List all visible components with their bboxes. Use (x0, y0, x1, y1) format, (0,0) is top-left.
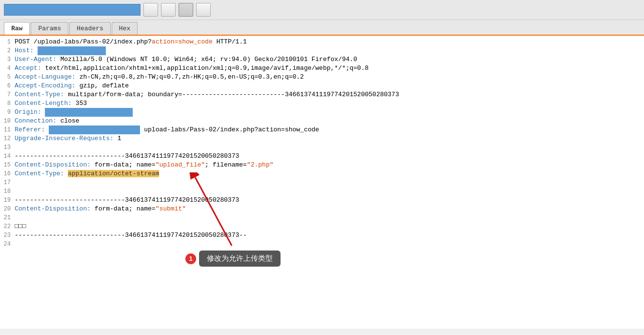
header-key: Content-Type: (15, 91, 64, 98)
line-number: 21 (0, 213, 15, 222)
line-number: 12 (0, 134, 15, 143)
line-content[interactable]: Content-Disposition: form-data; name="su… (15, 205, 644, 213)
table-row: 24 (0, 240, 644, 249)
filename-value: "2.php" (247, 161, 274, 168)
badge-circle: 1 (185, 253, 196, 264)
header-value: 353 (72, 100, 87, 107)
table-row: 14-----------------------------346613741… (0, 152, 644, 161)
line-number: 11 (0, 126, 15, 134)
drop-button[interactable] (161, 3, 176, 17)
top-bar (0, 0, 644, 20)
tab-params[interactable]: Params (31, 22, 68, 35)
table-row: 21 (0, 213, 644, 222)
url-input[interactable] (4, 4, 141, 16)
line-content[interactable]: Accept: text/html,application/xhtml+xml,… (15, 64, 644, 73)
header-key: User-Agent: (15, 56, 57, 63)
tooltip-box: 修改为允许上传类型 (199, 251, 281, 267)
referer-value (49, 126, 140, 134)
action-button[interactable] (196, 3, 211, 17)
line-content[interactable]: Accept-Language: zh-CN,zh;q=0.8,zh-TW;q=… (15, 73, 644, 82)
line-number: 4 (0, 64, 15, 73)
tab-raw[interactable]: Raw (4, 22, 30, 35)
line-number: 9 (0, 108, 15, 117)
table-row: 18 (0, 187, 644, 196)
header-key: Origin: (15, 108, 41, 116)
line-number: 24 (0, 240, 15, 249)
table-row: 1POST /upload-labs/Pass-02/index.php?act… (0, 38, 644, 46)
line-number: 13 (0, 143, 15, 152)
line-number: 17 (0, 178, 15, 187)
line-content[interactable] (15, 187, 644, 196)
line-content[interactable]: Host: (15, 46, 644, 55)
line-number: 6 (0, 82, 15, 90)
line-content[interactable]: POST /upload-labs/Pass-02/index.php?acti… (15, 38, 644, 46)
table-row: 19-----------------------------346613741… (0, 196, 644, 205)
header-value: text/html,application/xhtml+xml,applicat… (41, 64, 369, 72)
header-value: gzip, deflate (76, 82, 129, 89)
content-type-value: application/octet-stream (68, 170, 159, 177)
header-key: Accept-Language: (15, 73, 76, 81)
line-number: 10 (0, 117, 15, 126)
line-content[interactable]: Content-Length: 353 (15, 99, 644, 108)
line-number: 3 (0, 55, 15, 64)
line-content[interactable]: User-Agent: Mozilla/5.0 (Windows NT 10.0… (15, 55, 644, 64)
intercept-button[interactable] (179, 3, 193, 17)
table-row: 8Content-Length: 353 (0, 99, 644, 108)
content-area: 1POST /upload-labs/Pass-02/index.php?act… (0, 36, 644, 329)
line-content[interactable]: -----------------------------34661374111… (15, 152, 644, 161)
line-number: 19 (0, 196, 15, 205)
header-key: Accept-Encoding: (15, 82, 76, 89)
tab-hex[interactable]: Hex (112, 22, 138, 35)
table-row: 6Accept-Encoding: gzip, deflate (0, 82, 644, 90)
table-row: 17 (0, 178, 644, 187)
line-number: 5 (0, 73, 15, 82)
line-content[interactable]: Content-Type: application/octet-stream (15, 169, 644, 178)
table-row: 10Connection: close (0, 117, 644, 126)
table-row: 12Upgrade-Insecure-Requests: 1 (0, 134, 644, 143)
header-value: close (57, 117, 80, 125)
header-key: Content-Disposition: (15, 205, 91, 212)
line-content[interactable]: Upgrade-Insecure-Requests: 1 (15, 134, 644, 143)
line-content[interactable] (15, 143, 644, 152)
table-row: 11Referer: upload-labs/Pass-02/index.php… (0, 126, 644, 134)
origin-value (45, 108, 132, 117)
header-key: Content-Disposition: (15, 161, 91, 168)
header-value: Mozilla/5.0 (Windows NT 10.0; Win64; x64… (57, 56, 357, 63)
table-row: 9Origin: (0, 108, 644, 117)
forward-button[interactable] (143, 3, 158, 17)
table-row: 15Content-Disposition: form-data; name="… (0, 161, 644, 169)
line-content[interactable] (15, 213, 644, 222)
line-content[interactable]: □□□ (15, 222, 644, 231)
line-number: 20 (0, 205, 15, 213)
line-number: 16 (0, 169, 15, 178)
tab-headers[interactable]: Headers (69, 22, 111, 35)
line-content[interactable]: Content-Type: multipart/form-data; bound… (15, 90, 644, 99)
table-row: 16Content-Type: application/octet-stream (0, 169, 644, 178)
line-content[interactable]: Referer: upload-labs/Pass-02/index.php?a… (15, 126, 644, 134)
line-number: 15 (0, 161, 15, 169)
line-number: 8 (0, 99, 15, 108)
line-content[interactable]: -----------------------------34661374111… (15, 196, 644, 205)
line-number: 22 (0, 222, 15, 231)
line-number: 18 (0, 187, 15, 196)
line-content[interactable]: Origin: (15, 108, 644, 117)
line-number: 1 (0, 38, 15, 46)
header-key: Content-Length: (15, 100, 72, 107)
header-value: 1 (114, 135, 121, 142)
line-content[interactable]: Content-Disposition: form-data; name="up… (15, 161, 644, 169)
table-row: 20Content-Disposition: form-data; name="… (0, 205, 644, 213)
line-number: 14 (0, 152, 15, 161)
host-value (38, 46, 106, 55)
line-content[interactable] (15, 240, 644, 249)
line-number: 23 (0, 231, 15, 240)
table-row: 7Content-Type: multipart/form-data; boun… (0, 90, 644, 99)
table-row: 22□□□ (0, 222, 644, 231)
header-key: Host: (15, 47, 34, 54)
line-content[interactable]: -----------------------------34661374111… (15, 231, 644, 240)
line-content[interactable]: Connection: close (15, 117, 644, 126)
line-content[interactable] (15, 178, 644, 187)
line-number: 2 (0, 46, 15, 55)
header-key: Connection: (15, 117, 57, 125)
line-content[interactable]: Accept-Encoding: gzip, deflate (15, 82, 644, 90)
header-key: Content-Type: (15, 170, 64, 177)
